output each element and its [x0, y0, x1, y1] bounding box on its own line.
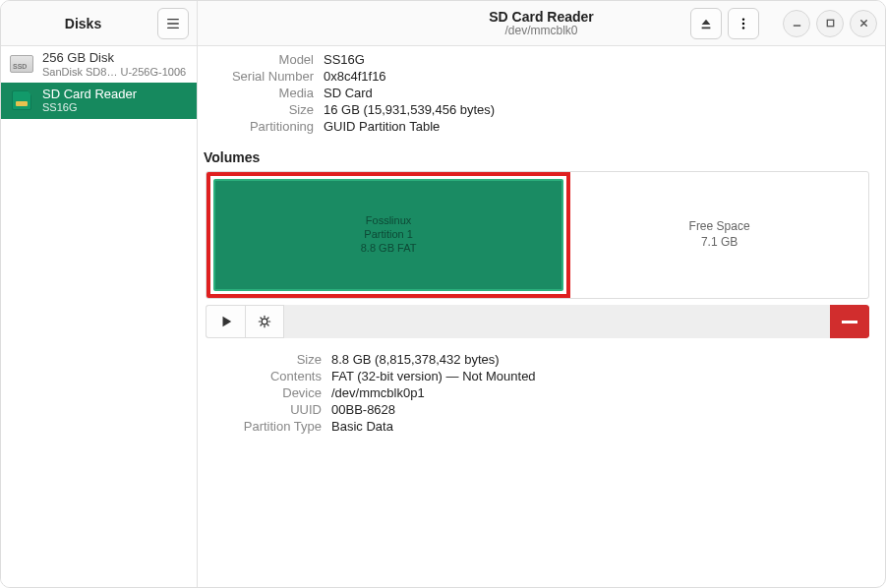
label-partition-type: Partition Type	[198, 419, 322, 434]
drive-title: SD Card Reader	[489, 9, 594, 25]
label-device: Device	[198, 385, 322, 400]
volume-detail: 8.8 GB FAT	[361, 242, 417, 256]
ssd-icon: SSD	[9, 53, 34, 75]
volume-free-space[interactable]: Free Space 7.1 GB	[570, 172, 868, 298]
svg-rect-6	[842, 321, 857, 323]
window-maximize-button[interactable]	[816, 10, 844, 37]
value-size: 16 GB (15,931,539,456 bytes)	[324, 102, 885, 117]
volume-partition-1[interactable]: Fosslinux Partition 1 8.8 GB FAT	[207, 172, 570, 298]
header-title-block: SD Card Reader /dev/mmcblk0	[489, 9, 594, 38]
value-media: SD Card	[324, 86, 885, 100]
svg-point-1	[742, 22, 744, 24]
value-device: /dev/mmcblk0p1	[331, 385, 885, 400]
main-pane: Model SS16G Serial Number 0x8c4f1f16 Med…	[198, 46, 885, 588]
device-model: SS16G	[42, 101, 189, 114]
svg-rect-3	[793, 25, 799, 26]
value-serial: 0x8c4f1f16	[324, 69, 885, 84]
svg-rect-4	[827, 20, 833, 26]
minimize-icon	[792, 18, 802, 29]
headerbar-right: SD Card Reader /dev/mmcblk0	[198, 1, 885, 45]
label-model: Model	[198, 52, 314, 67]
label-partitioning: Partitioning	[198, 119, 314, 134]
sdcard-icon	[9, 89, 34, 111]
eject-button[interactable]	[690, 8, 722, 39]
window-close-button[interactable]	[850, 10, 877, 37]
window-minimize-button[interactable]	[783, 10, 810, 37]
value-contents: FAT (32-bit version) — Not Mounted	[331, 369, 885, 383]
drive-menu-button[interactable]	[728, 8, 759, 39]
volume-toolbar	[206, 305, 869, 338]
mount-button[interactable]	[206, 305, 245, 338]
play-icon	[219, 315, 233, 328]
svg-point-0	[742, 18, 744, 20]
value-partitioning: GUID Partition Table	[324, 119, 885, 134]
headerbar: Disks SD Card Reader /dev/mmcblk0	[1, 1, 885, 46]
device-sidebar: SSD 256 GB Disk SanDisk SD8… U-256G-1006…	[1, 46, 198, 588]
device-name: 256 GB Disk	[42, 50, 189, 66]
device-name: SD Card Reader	[42, 87, 189, 102]
value-uuid: 00BB-8628	[331, 402, 885, 417]
drive-info-grid: Model SS16G Serial Number 0x8c4f1f16 Med…	[198, 46, 885, 134]
label-part-size: Size	[198, 352, 322, 367]
svg-point-5	[262, 319, 267, 324]
label-serial: Serial Number	[198, 69, 314, 84]
label-contents: Contents	[198, 369, 322, 383]
sidebar-device-ssd[interactable]: SSD 256 GB Disk SanDisk SD8… U-256G-1006	[1, 46, 197, 83]
svg-point-2	[742, 27, 744, 29]
volumes-diagram: Fosslinux Partition 1 8.8 GB FAT Free Sp…	[206, 171, 869, 299]
value-part-size: 8.8 GB (8,815,378,432 bytes)	[331, 352, 885, 367]
gear-icon	[258, 315, 271, 328]
free-space-label: Free Space	[689, 219, 750, 235]
eject-icon	[699, 17, 713, 30]
kebab-icon	[737, 17, 750, 30]
volumes-heading: Volumes	[198, 134, 885, 171]
volume-settings-button[interactable]	[245, 305, 284, 338]
value-partition-type: Basic Data	[331, 419, 885, 434]
label-media: Media	[198, 86, 314, 100]
volume-name: Fosslinux	[366, 214, 411, 228]
delete-partition-button[interactable]	[830, 305, 869, 338]
sidebar-device-sdcard[interactable]: SD Card Reader SS16G	[1, 83, 197, 119]
value-model: SS16G	[324, 52, 885, 67]
app-menu-button[interactable]	[157, 8, 189, 39]
drive-subtitle: /dev/mmcblk0	[489, 25, 594, 38]
app-title: Disks	[9, 16, 157, 31]
hamburger-icon	[166, 17, 180, 30]
headerbar-left: Disks	[1, 1, 198, 45]
minus-icon	[842, 321, 857, 323]
device-model: SanDisk SD8… U-256G-1006	[42, 66, 189, 79]
free-space-size: 7.1 GB	[701, 235, 738, 251]
maximize-icon	[825, 18, 836, 29]
volume-subtitle: Partition 1	[364, 228, 413, 242]
label-size: Size	[198, 102, 314, 117]
close-icon	[858, 18, 869, 29]
label-uuid: UUID	[198, 402, 322, 417]
partition-info-grid: Size 8.8 GB (8,815,378,432 bytes) Conten…	[198, 338, 885, 434]
